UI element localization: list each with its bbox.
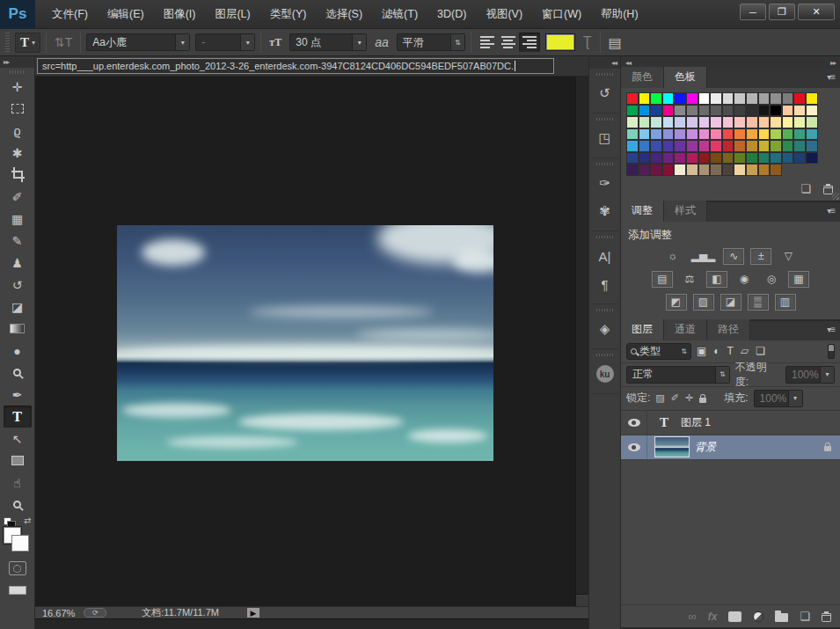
color-swatch[interactable] xyxy=(758,128,771,141)
filter-type-layers-icon[interactable]: T xyxy=(727,345,734,357)
color-swatch[interactable] xyxy=(650,152,662,165)
background-layer-thumbnail[interactable] xyxy=(654,436,690,457)
vertical-scrollbar[interactable] xyxy=(575,77,588,606)
color-swatch[interactable] xyxy=(758,116,771,128)
color-swatch[interactable] xyxy=(758,164,771,176)
resize-grip-icon[interactable] xyxy=(832,193,839,200)
color-swatch[interactable] xyxy=(650,105,662,117)
color-swatch[interactable] xyxy=(722,140,734,152)
color-swatch[interactable] xyxy=(662,152,675,165)
history-panel-icon[interactable]: ↺ xyxy=(592,81,618,106)
brush-panel-icon[interactable]: ✑ xyxy=(592,171,618,195)
kuler-panel-icon[interactable]: ku xyxy=(592,362,618,386)
delete-layer-icon[interactable] xyxy=(822,611,831,622)
link-layers-icon[interactable]: ∞ xyxy=(688,610,696,623)
color-swatch[interactable] xyxy=(686,128,698,141)
color-swatch[interactable] xyxy=(710,92,722,105)
color-swatch[interactable] xyxy=(746,140,758,152)
text-orientation-button[interactable]: ⇅T xyxy=(52,35,75,49)
color-swatch[interactable] xyxy=(710,116,722,128)
color-swatch[interactable] xyxy=(698,140,711,152)
color-swatch[interactable] xyxy=(806,105,818,117)
toggle-panels-icon[interactable]: ▤ xyxy=(606,34,625,51)
color-balance-icon[interactable]: ⚖ xyxy=(679,271,700,288)
eraser-tool[interactable]: ◪ xyxy=(4,296,32,318)
color-swatch[interactable] xyxy=(686,92,698,105)
color-swatch[interactable] xyxy=(746,128,758,141)
color-swatch[interactable] xyxy=(686,105,698,117)
layer-name[interactable]: 背景 xyxy=(695,440,716,455)
color-swatch[interactable] xyxy=(734,116,746,128)
color-swatch[interactable] xyxy=(758,92,771,105)
color-swatch[interactable] xyxy=(626,92,639,105)
posterize-icon[interactable]: ▨ xyxy=(693,294,714,311)
zoom-level[interactable]: 16.67% xyxy=(42,608,75,618)
properties-panel-icon[interactable]: ◳ xyxy=(592,126,618,150)
add-layer-mask-icon[interactable] xyxy=(728,611,741,622)
color-swatch[interactable] xyxy=(782,152,794,165)
rectangular-marquee-tool[interactable] xyxy=(4,98,32,120)
color-swatch[interactable] xyxy=(770,164,782,176)
dock-grip[interactable] xyxy=(596,118,614,121)
color-swatch[interactable] xyxy=(806,128,818,141)
color-swatch[interactable] xyxy=(782,140,794,152)
dock-grip[interactable] xyxy=(596,163,614,165)
color-swatch[interactable] xyxy=(722,116,734,128)
layer-row-text[interactable]: T 图层 1 xyxy=(621,411,840,435)
curves-icon[interactable]: ∿ xyxy=(723,248,744,265)
hand-tool[interactable]: ☝ xyxy=(4,472,32,494)
lock-paint-icon[interactable]: ✐ xyxy=(671,392,679,404)
color-swatch[interactable] xyxy=(639,140,651,152)
visibility-eye-icon[interactable] xyxy=(628,443,640,451)
blend-mode-select[interactable]: 正常 ⇅ xyxy=(626,366,730,384)
menu-item-3[interactable]: 图层(L) xyxy=(205,0,259,28)
color-swatch[interactable] xyxy=(793,116,806,128)
swatches-tab-1[interactable]: 色板 xyxy=(664,67,707,88)
menu-item-7[interactable]: 3D(D) xyxy=(427,0,476,28)
color-swatch[interactable] xyxy=(698,116,711,128)
close-button[interactable]: ✕ xyxy=(798,4,835,20)
color-swatch[interactable] xyxy=(698,105,711,117)
color-lookup-icon[interactable]: ▦ xyxy=(788,271,809,288)
dock-grip[interactable] xyxy=(596,73,614,76)
menu-item-4[interactable]: 类型(Y) xyxy=(260,0,317,28)
gradient-tool[interactable] xyxy=(4,318,32,340)
color-swatch[interactable] xyxy=(650,140,662,152)
color-swatch[interactable] xyxy=(650,128,662,141)
color-swatch[interactable] xyxy=(662,128,675,141)
menu-item-1[interactable]: 编辑(E) xyxy=(98,0,154,28)
adjustments-tab-1[interactable]: 样式 xyxy=(664,201,707,222)
color-swatch[interactable] xyxy=(806,140,818,152)
layer-row-background[interactable]: 背景 xyxy=(621,435,840,460)
selective-color-icon[interactable]: ▥ xyxy=(775,294,796,311)
toolbar-grip[interactable] xyxy=(10,70,26,74)
history-brush-tool[interactable]: ↺ xyxy=(4,274,32,296)
filter-shape-layers-icon[interactable]: ▱ xyxy=(741,345,749,357)
brightness-contrast-icon[interactable]: ☼ xyxy=(662,248,683,265)
screen-mode-button[interactable] xyxy=(9,586,26,595)
color-swatch[interactable] xyxy=(639,164,651,176)
color-swatch[interactable] xyxy=(710,105,722,117)
color-swatch[interactable] xyxy=(722,92,734,105)
color-swatch[interactable] xyxy=(782,128,794,141)
hue-saturation-icon[interactable]: ▤ xyxy=(652,271,673,288)
color-swatch[interactable] xyxy=(770,140,782,152)
color-swatch[interactable] xyxy=(722,152,734,165)
new-group-icon[interactable] xyxy=(775,611,788,622)
menu-item-0[interactable]: 文件(F) xyxy=(42,0,98,28)
color-swatch[interactable] xyxy=(793,128,806,141)
pen-tool[interactable]: ✒ xyxy=(4,384,32,406)
text-layer-thumbnail[interactable]: T xyxy=(647,415,681,430)
color-swatch[interactable] xyxy=(770,128,782,141)
healing-brush-tool[interactable]: ▦ xyxy=(4,208,32,230)
maximize-button[interactable]: ❐ xyxy=(769,4,795,20)
levels-icon[interactable]: ▂▅▂ xyxy=(690,248,718,265)
color-swatch[interactable] xyxy=(758,140,771,152)
crop-tool[interactable] xyxy=(4,164,32,186)
options-grip[interactable] xyxy=(5,33,10,52)
dock-collapse-icon[interactable]: ◂◂ xyxy=(589,56,620,69)
color-swatch[interactable] xyxy=(698,128,711,141)
text-color-swatch[interactable] xyxy=(545,33,575,51)
lasso-tool[interactable]: ϱ xyxy=(4,120,32,142)
layer-style-icon[interactable]: fx xyxy=(708,611,718,623)
